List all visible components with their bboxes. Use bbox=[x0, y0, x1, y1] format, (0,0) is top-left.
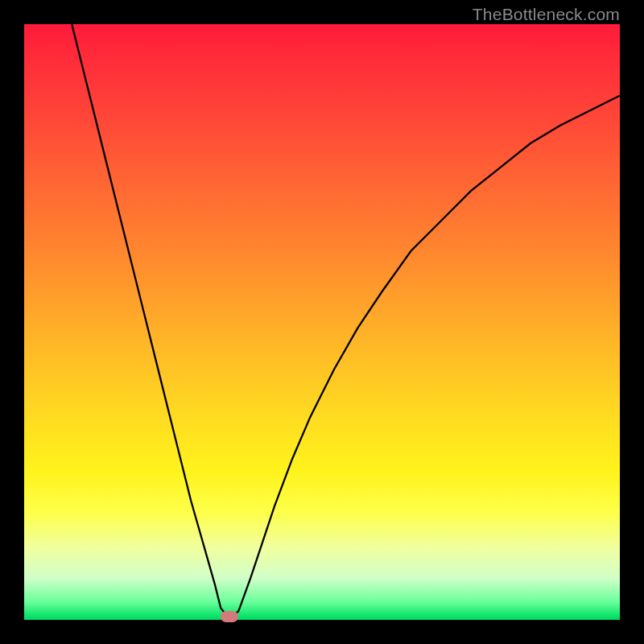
plot-area bbox=[24, 24, 620, 620]
watermark-text: TheBottleneck.com bbox=[473, 5, 620, 24]
chart-container: TheBottleneck.com bbox=[0, 0, 644, 644]
minimum-marker bbox=[221, 611, 238, 622]
bottleneck-curve bbox=[72, 24, 620, 617]
curve-svg bbox=[24, 24, 620, 620]
